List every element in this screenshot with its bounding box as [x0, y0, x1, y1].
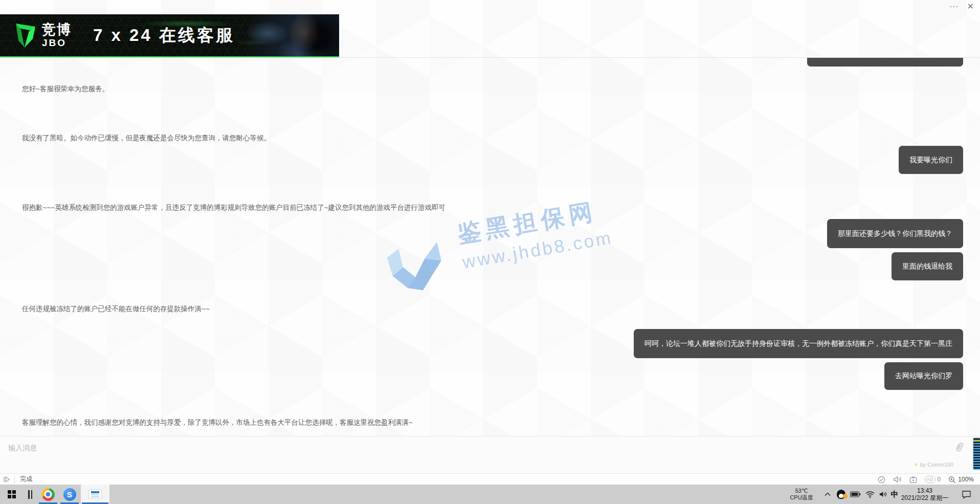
- status-play-icon: [3, 476, 10, 483]
- tray-expand-chevron-icon[interactable]: [821, 485, 834, 504]
- window-more-icon[interactable]: ⋯: [949, 2, 959, 11]
- ad-blocker-icon[interactable]: AD: [925, 476, 936, 483]
- extension-box-icon[interactable]: [909, 476, 917, 484]
- cpu-temp-label: CPU温度: [790, 494, 813, 501]
- chrome-icon: [42, 488, 55, 501]
- watermark-url: www.jhdb8.com: [461, 227, 614, 272]
- battery-icon: [850, 491, 861, 497]
- agent-message: 您好~客服很荣幸为您服务。: [22, 84, 109, 94]
- zoom-control[interactable]: 100%: [948, 476, 974, 484]
- user-bubble: 我要曝光你们: [899, 146, 963, 174]
- cpu-temperature-widget[interactable]: 53℃ CPU温度: [787, 485, 816, 504]
- notification-icon: [962, 490, 971, 499]
- tray-battery[interactable]: [848, 485, 862, 504]
- tray-wifi[interactable]: [863, 485, 877, 504]
- clock-date: 2021/2/22 星期一: [901, 494, 949, 501]
- taskbar-sogou-browser[interactable]: S: [59, 485, 80, 504]
- site-watermark: 鉴黑担保网 www.jhdb8.com: [385, 219, 630, 309]
- watermark-title: 鉴黑担保网: [455, 194, 610, 250]
- sogou-icon: S: [63, 488, 76, 501]
- user-bubble: 呵呵，论坛一堆人都被你们无故手持身份证审核，无一例外都被冻结账户，你们真是天下第…: [634, 329, 963, 358]
- zoom-level: 100%: [958, 476, 974, 483]
- jbo-logo: 竞博 JBO: [14, 21, 72, 50]
- agent-message: 很抱歉~~~英雄系统检测到您的游戏账户异常，且违反了竞博的博彩规则导致您的账户目…: [22, 203, 446, 212]
- bolt-icon: ⚡: [914, 461, 918, 468]
- message-composer: ⚡by Comm100: [0, 436, 980, 473]
- user-bubble: 里面的钱退给我: [892, 252, 963, 280]
- page-load-status: 完成: [20, 475, 32, 484]
- agent-message: 客服理解您的心情，我们感谢您对竞博的支持与厚爱，除了竞博以外，市场上也有各大平台…: [22, 418, 413, 427]
- logo-text-cn: 竞博: [42, 23, 72, 37]
- read-aloud-icon[interactable]: [893, 476, 902, 483]
- ad-blocker-count: 0: [938, 476, 941, 483]
- tray-volume[interactable]: [877, 485, 889, 504]
- user-bubble: 去网站曝光你们罗: [884, 362, 963, 390]
- jbo-logo-icon: [14, 21, 37, 50]
- clock-time: 13:43: [917, 487, 932, 494]
- wifi-icon: [865, 491, 875, 498]
- tray-qq[interactable]: [835, 485, 847, 504]
- agent-message: 任何违规被冻结了的账户已经不能在做任何的存提款操作滴~~: [22, 304, 210, 314]
- start-button[interactable]: [3, 485, 20, 504]
- windows-logo-icon: [8, 490, 16, 498]
- user-bubble-partial: [807, 58, 963, 67]
- browser-statusbar: 完成 AD 0 100%: [0, 473, 980, 485]
- speaker-icon: [879, 491, 887, 498]
- active-window-icon: [88, 490, 102, 499]
- side-strip-widget[interactable]: [973, 438, 980, 470]
- taskbar-clock[interactable]: 13:43 2021/2/22 星期一: [900, 485, 949, 504]
- zoom-magnifier-icon: [948, 476, 956, 484]
- taskbar-active-window[interactable]: [81, 485, 109, 504]
- logo-text-en: JBO: [42, 38, 72, 48]
- window-close-icon[interactable]: ✕: [967, 2, 974, 11]
- agent-message: 我没有了黑暗。如今动作已缓慢，但是夜魔还是会尽快为您查询，请您耐心等候。: [22, 134, 271, 143]
- watermark-logo-icon: [382, 235, 450, 304]
- powered-by: ⚡by Comm100: [914, 461, 953, 468]
- taskbar-chrome[interactable]: [38, 485, 58, 504]
- banner-title: 7 x 24 在线客服: [93, 24, 235, 47]
- action-center-button[interactable]: [957, 485, 975, 504]
- service-banner: 竞博 JBO 7 x 24 在线客服: [0, 14, 339, 57]
- user-bubble: 那里面还要多少钱？你们黑我的钱？: [827, 219, 963, 248]
- windows-taskbar: S 53℃ CPU温度 中 13:43 2021/2/22: [0, 485, 980, 504]
- ime-indicator[interactable]: 中: [889, 485, 900, 504]
- security-check-icon[interactable]: [878, 476, 885, 484]
- qq-icon: [837, 490, 845, 499]
- banner-photo: [247, 14, 339, 56]
- powered-by-label: by Comm100: [920, 462, 953, 468]
- task-view-button[interactable]: [23, 485, 38, 504]
- message-input[interactable]: [8, 441, 867, 454]
- attachment-icon[interactable]: [952, 440, 966, 454]
- status-divider: [14, 475, 15, 484]
- cpu-temp-value: 53℃: [795, 488, 808, 494]
